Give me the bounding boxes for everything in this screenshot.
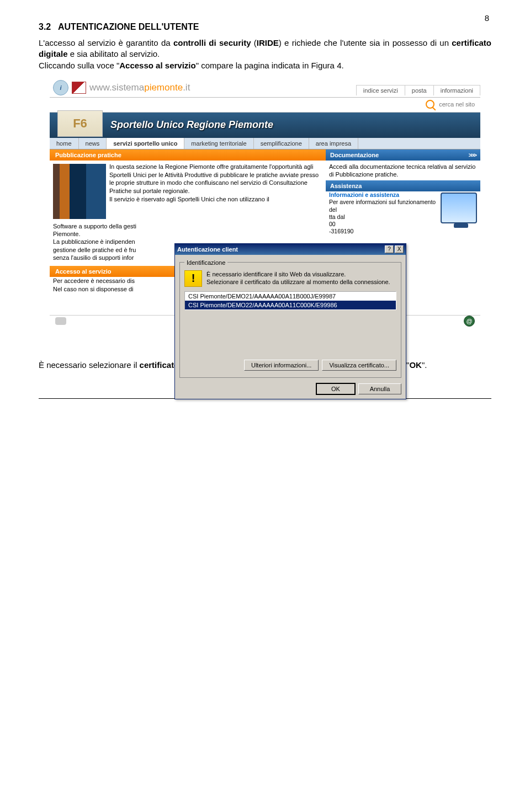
dialog-message: È necessario identificare il sito Web da…: [206, 270, 396, 287]
url-part3: .it: [183, 82, 190, 93]
ok-button[interactable]: OK: [316, 383, 355, 394]
top-bar: i www.sistemapiemonte.it indice servizi …: [50, 79, 480, 98]
footer-left-icon: [55, 317, 66, 325]
assist-body: Per avere informazioni sul funzionamento…: [329, 199, 436, 212]
monitor-icon: [441, 193, 477, 223]
site-url: www.sistemapiemonte.it: [89, 82, 190, 93]
pub-cut-4: gestione delle pratiche ed è fru: [53, 247, 136, 253]
bold-accesso: Accesso al servizio: [119, 61, 195, 70]
pub-cut-1: Software a supporto della gesti: [53, 223, 136, 229]
cert-item-0[interactable]: CSI Piemonte/DEMO21/AAAAAA00A11B000J/E99…: [185, 292, 396, 301]
section-heading: 3.2 AUTENTICAZIONE DELL'UTENTE: [39, 22, 491, 32]
dialog-close-button[interactable]: X: [395, 245, 404, 253]
dialog-msg-1: È necessario identificare il sito Web da…: [206, 271, 346, 277]
email-icon[interactable]: @: [464, 316, 475, 327]
pub-image: [53, 164, 106, 219]
pub-cut-2: Piemonte.: [53, 231, 81, 237]
assist-row: Informazioni e assistenza Per avere info…: [326, 191, 480, 235]
nav-marketing[interactable]: marketing territoriale: [184, 138, 253, 149]
doc-header[interactable]: Documentazione >>>: [326, 149, 480, 161]
assist-cut-1: tta dal: [329, 213, 345, 220]
dialog-title: Autenticazione client: [177, 246, 384, 253]
pub-cut-3: La pubblicazione è indipenden: [53, 238, 135, 245]
search-placeholder[interactable]: cerca nel sito: [439, 101, 475, 108]
nav-bar: home news servizi sportello unico market…: [50, 138, 480, 149]
dialog-legend: Identificazione: [184, 259, 227, 266]
toplink-posta[interactable]: posta: [405, 86, 433, 95]
acc-line-2: Nel caso non si disponesse di: [53, 286, 134, 292]
doc-title: Documentazione: [330, 152, 379, 158]
assist-text: Informazioni e assistenza Per avere info…: [329, 191, 437, 235]
section-title: AUTENTICAZIONE DELL'UTENTE: [58, 22, 199, 31]
paragraph-1: L'accesso al servizio è garantito da con…: [39, 38, 491, 71]
assist-title: Assistenza: [330, 183, 362, 189]
pub-body-2: Il servizio è riservato agli Sportelli U…: [109, 196, 269, 202]
nav-area-impresa[interactable]: area impresa: [309, 138, 358, 149]
cancel-button[interactable]: Annulla: [358, 383, 401, 394]
section-number: 3.2: [39, 22, 51, 31]
cert-item-1[interactable]: CSI Piemonte/DEMO22/AAAAAA00A11C000K/E99…: [185, 301, 396, 309]
more-info-button[interactable]: Ulteriori informazioni...: [244, 360, 319, 371]
url-part1: www.sistema: [89, 82, 144, 93]
banner-title: Sportello Unico Regione Piemonte: [110, 119, 273, 131]
assist-cut-3: -3169190: [329, 228, 353, 234]
region-logo-icon: [72, 82, 86, 94]
pub-text: In questa sezione la Regione Piemonte of…: [109, 161, 326, 222]
nav-news[interactable]: news: [79, 138, 107, 149]
toplink-indice[interactable]: indice servizi: [357, 86, 405, 95]
cert-list[interactable]: CSI Piemonte/DEMO21/AAAAAA00A11B000J/E99…: [184, 291, 396, 310]
bold-ok: OK: [409, 360, 422, 370]
dialog-fieldset: Identificazione ! È necessario identific…: [179, 259, 401, 378]
nav-home[interactable]: home: [50, 138, 79, 149]
assist-head[interactable]: Informazioni e assistenza: [329, 191, 399, 198]
banner: F6 Sportello Unico Regione Piemonte: [50, 113, 480, 138]
dialog-help-button[interactable]: ?: [385, 245, 394, 253]
dialog-msg-2: Selezionare il certificato da utilizzare…: [206, 279, 390, 285]
toplink-info[interactable]: informazioni: [433, 86, 480, 95]
nav-servizi[interactable]: servizi sportello unico: [107, 138, 184, 149]
pub-header: Pubblicazione pratiche: [50, 149, 326, 161]
pub-body-1: In questa sezione la Regione Piemonte of…: [109, 163, 319, 195]
search-row: cerca nel sito: [50, 98, 480, 113]
nav-semplificazione[interactable]: semplificazione: [254, 138, 309, 149]
arrow-right-icon: >>>: [469, 152, 476, 158]
search-icon[interactable]: [426, 100, 434, 109]
pub-cut-5: senza l'ausilio di supporti infor: [53, 254, 134, 261]
url-part2: piemonte: [144, 82, 183, 93]
assist-cut-2: 00: [329, 221, 336, 227]
auth-dialog: Autenticazione client ? X Identificazion…: [174, 243, 406, 399]
top-links: indice servizi posta informazioni: [356, 85, 480, 95]
content-area: Pubblicazione pratiche In questa sezione…: [50, 149, 480, 315]
view-cert-button[interactable]: Visualizza certificato...: [322, 360, 396, 371]
warning-icon: !: [184, 270, 202, 287]
page-number: 8: [485, 13, 489, 23]
bold-iride: IRIDE: [257, 38, 279, 47]
dialog-titlebar: Autenticazione client ? X: [175, 244, 406, 255]
figure-screenshot: i www.sistemapiemonte.it indice servizi …: [50, 79, 480, 327]
assist-header: Assistenza: [326, 180, 480, 191]
f6-badge: F6: [57, 110, 103, 137]
info-icon: i: [53, 80, 68, 95]
doc-body: Accedi alla documentazione tecnica relat…: [326, 161, 480, 181]
bold-controlli: controlli di security: [173, 38, 251, 47]
acc-line-1: Per accedere è necessario dis: [53, 277, 135, 284]
